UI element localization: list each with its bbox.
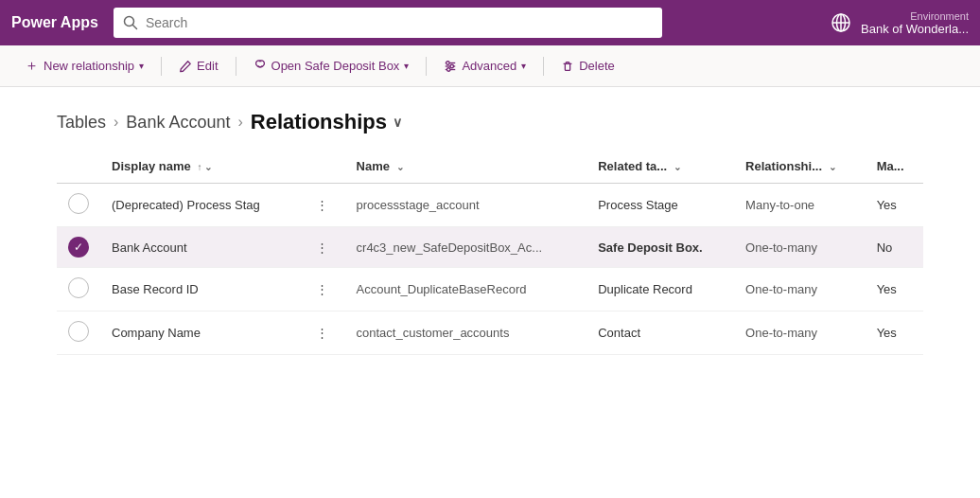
row-context-menu[interactable]: ⋮ [299,311,345,355]
svg-point-9 [446,61,450,64]
relationships-table: Display name ↑ ⌄ Name ⌄ Related ta... ⌄ … [57,150,923,355]
relationships-table-area: Display name ↑ ⌄ Name ⌄ Related ta... ⌄ … [0,150,980,355]
col-name[interactable]: Name ⌄ [345,150,587,184]
row-display-name: Bank Account [100,227,299,268]
name-sort[interactable]: ⌄ [396,162,404,172]
toolbar-divider-3 [426,57,427,76]
trash-icon [561,60,574,73]
plus-icon: ＋ [25,57,39,75]
row-check-cell[interactable] [57,184,100,227]
toolbar: ＋ New relationship ▾ Edit Open Safe Depo… [0,45,980,87]
check-circle-empty [68,321,89,342]
row-related-table: Safe Deposit Box. [586,227,734,268]
breadcrumb-sep-1: › [114,114,118,131]
col-menu-space [299,150,345,184]
table-row[interactable]: Base Record ID⋮Account_DuplicateBaseReco… [57,268,923,311]
check-circle: ✓ [68,237,89,258]
row-menu-dots[interactable]: ⋮ [310,239,334,257]
svg-rect-12 [566,63,570,70]
breadcrumb-chevron[interactable]: ∨ [393,115,402,130]
toolbar-divider-4 [543,57,544,76]
row-menu-dots[interactable]: ⋮ [310,324,334,342]
row-name: contact_customer_accounts [345,311,587,355]
edit-button[interactable]: Edit [169,53,227,79]
header-right: Environment Bank of Wonderla... [831,10,969,36]
row-check-cell[interactable] [57,311,100,355]
row-context-menu[interactable]: ⋮ [299,227,345,268]
advanced-chevron: ▾ [521,61,526,71]
edit-icon [179,60,192,73]
svg-point-10 [450,64,454,68]
row-relationship: One-to-many [734,227,866,268]
check-circle-empty [68,193,89,214]
row-related-table: Duplicate Record [586,268,734,311]
search-icon [123,15,138,30]
row-ma: Yes [866,268,923,311]
row-related-table: Process Stage [586,184,734,227]
col-ma: Ma... [866,150,923,184]
app-header: Power Apps Environment Bank of Wonderla.… [0,0,980,45]
table-body: (Deprecated) Process Stag⋮processstage_a… [57,184,923,355]
search-input[interactable] [146,15,653,30]
row-display-name: Company Name [100,311,299,355]
row-relationship: One-to-many [734,268,866,311]
row-name: Account_DuplicateBaseRecord [345,268,587,311]
row-ma: Yes [866,311,923,355]
environment-name: Bank of Wonderla... [861,22,969,36]
svg-line-1 [132,26,136,29]
app-brand: Power Apps [11,14,98,31]
row-menu-dots[interactable]: ⋮ [310,280,334,298]
table-header-row: Display name ↑ ⌄ Name ⌄ Related ta... ⌄ … [57,150,923,184]
row-ma: No [866,227,923,268]
row-related-table: Contact [586,311,734,355]
row-menu-dots[interactable]: ⋮ [310,196,334,214]
col-relationship[interactable]: Relationshi... ⌄ [734,150,866,184]
link-icon [254,60,267,73]
new-relationship-button[interactable]: ＋ New relationship ▾ [15,51,153,80]
toolbar-divider-1 [161,57,162,76]
row-name: cr4c3_new_SafeDepositBox_Ac... [345,227,587,268]
globe-icon [831,12,851,33]
related-sort[interactable]: ⌄ [674,162,681,172]
row-context-menu[interactable]: ⋮ [299,184,345,227]
display-name-sort[interactable]: ↑ ⌄ [197,162,212,172]
row-display-name: Base Record ID [100,268,299,311]
row-context-menu[interactable]: ⋮ [299,268,345,311]
col-check [57,150,100,184]
new-relationship-chevron: ▾ [139,61,144,71]
environment-label: Environment [861,10,969,22]
row-check-cell[interactable] [57,268,100,311]
breadcrumb-bank-account[interactable]: Bank Account [126,113,230,133]
svg-point-11 [447,67,451,71]
breadcrumb: Tables › Bank Account › Relationships ∨ [0,87,980,150]
toolbar-divider-2 [236,57,236,76]
row-relationship: Many-to-one [734,184,866,227]
open-safe-deposit-chevron: ▾ [404,61,409,71]
breadcrumb-sep-2: › [237,114,242,131]
breadcrumb-current: Relationships ∨ [251,110,402,134]
row-name: processstage_account [345,184,587,227]
sliders-icon [444,60,457,73]
row-ma: Yes [866,184,923,227]
search-bar[interactable] [114,8,662,38]
relationship-sort[interactable]: ⌄ [829,162,836,172]
table-row[interactable]: Company Name⋮contact_customer_accountsCo… [57,311,923,355]
col-related-table[interactable]: Related ta... ⌄ [586,150,734,184]
breadcrumb-tables[interactable]: Tables [57,113,106,133]
table-row[interactable]: ✓Bank Account⋮cr4c3_new_SafeDepositBox_A… [57,227,923,268]
environment-info: Environment Bank of Wonderla... [861,10,969,36]
table-row[interactable]: (Deprecated) Process Stag⋮processstage_a… [57,184,923,227]
check-circle-empty [68,277,89,298]
open-safe-deposit-button[interactable]: Open Safe Deposit Box ▾ [244,53,419,79]
advanced-button[interactable]: Advanced ▾ [434,53,535,79]
delete-button[interactable]: Delete [551,53,624,79]
col-display-name[interactable]: Display name ↑ ⌄ [100,150,299,184]
row-relationship: One-to-many [734,311,866,355]
row-check-cell[interactable]: ✓ [57,227,100,268]
row-display-name: (Deprecated) Process Stag [100,184,299,227]
